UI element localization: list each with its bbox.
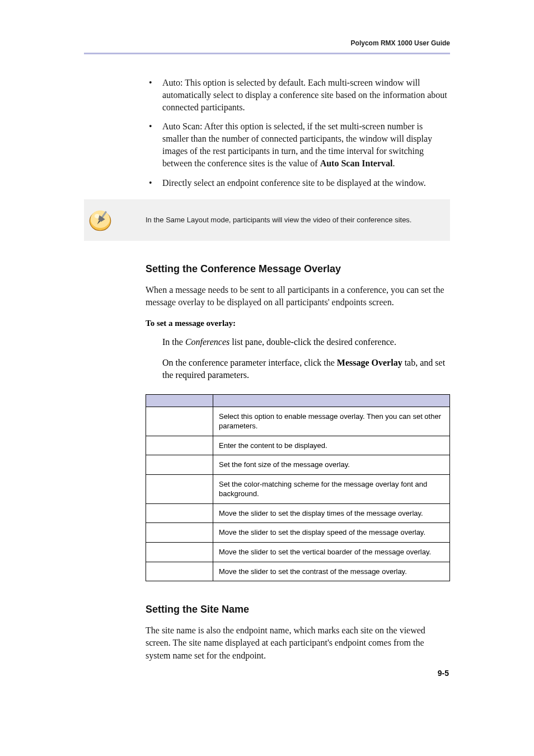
running-header: Polycom RMX 1000 User Guide xyxy=(84,39,450,53)
page: Polycom RMX 1000 User Guide Auto: This o… xyxy=(0,0,534,706)
table-header-cell xyxy=(213,394,450,407)
table-row: Select this option to enable message ove… xyxy=(146,407,450,436)
note-icon-container xyxy=(84,206,146,234)
table-row: Move the slider to set the display times… xyxy=(146,503,450,523)
content-column: Auto: This option is selected by default… xyxy=(146,77,450,662)
table-row: Set the color-matching scheme for the me… xyxy=(146,474,450,503)
table-row: Set the font size of the message overlay… xyxy=(146,455,450,475)
bullet-text: Auto: This option is selected by default… xyxy=(162,78,447,112)
bullet-item-direct: Directly select an endpoint conference s… xyxy=(146,177,450,189)
table-cell: Set the font size of the message overlay… xyxy=(213,455,450,475)
step-1: In the Conferences list pane, double-cli… xyxy=(162,336,450,348)
section1-sub: To set a message overlay: xyxy=(146,319,450,328)
table-cell: Move the slider to set the vertical boar… xyxy=(213,542,450,562)
section2-body: The site name is also the endpoint name,… xyxy=(146,624,450,662)
bullet-list: Auto: This option is selected by default… xyxy=(146,77,450,189)
section-title-site-name: Setting the Site Name xyxy=(146,604,450,615)
pushpin-icon xyxy=(86,206,114,234)
step-2: On the conference parameter interface, c… xyxy=(162,357,450,382)
table-cell xyxy=(146,474,213,503)
table-cell xyxy=(146,455,213,475)
note-text: In the Same Layout mode, participants wi… xyxy=(146,215,411,225)
section-title-message-overlay: Setting the Conference Message Overlay xyxy=(146,263,450,275)
bullet-item-auto-scan: Auto Scan: After this option is selected… xyxy=(146,120,450,170)
table-cell: Move the slider to set the display times… xyxy=(213,503,450,523)
section1-intro: When a message needs to be sent to all p… xyxy=(146,284,450,309)
parameter-table: Select this option to enable message ove… xyxy=(146,394,450,581)
table-cell xyxy=(146,562,213,581)
table-row: Move the slider to set the vertical boar… xyxy=(146,542,450,562)
table-row: Move the slider to set the contrast of t… xyxy=(146,562,450,581)
page-number: 9-5 xyxy=(438,669,449,678)
table-cell xyxy=(146,503,213,523)
table-cell xyxy=(146,436,213,455)
table-cell xyxy=(146,542,213,562)
table-row: Move the slider to set the display speed… xyxy=(146,523,450,543)
table-cell: Move the slider to set the contrast of t… xyxy=(213,562,450,581)
note-band: In the Same Layout mode, participants wi… xyxy=(84,199,450,241)
table-cell xyxy=(146,523,213,543)
table-cell: Move the slider to set the display speed… xyxy=(213,523,450,543)
table-header-row xyxy=(146,394,450,407)
bullet-text: Auto Scan: After this option is selected… xyxy=(162,122,432,168)
table-cell xyxy=(146,407,213,436)
table-cell: Select this option to enable message ove… xyxy=(213,407,450,436)
header-rule xyxy=(84,53,450,54)
table-cell: Set the color-matching scheme for the me… xyxy=(213,474,450,503)
table-row: Enter the content to be displayed. xyxy=(146,436,450,455)
bullet-text: Directly select an endpoint conference s… xyxy=(162,178,426,188)
bullet-item-auto: Auto: This option is selected by default… xyxy=(146,77,450,114)
table-cell: Enter the content to be displayed. xyxy=(213,436,450,455)
table-header-cell xyxy=(146,394,213,407)
